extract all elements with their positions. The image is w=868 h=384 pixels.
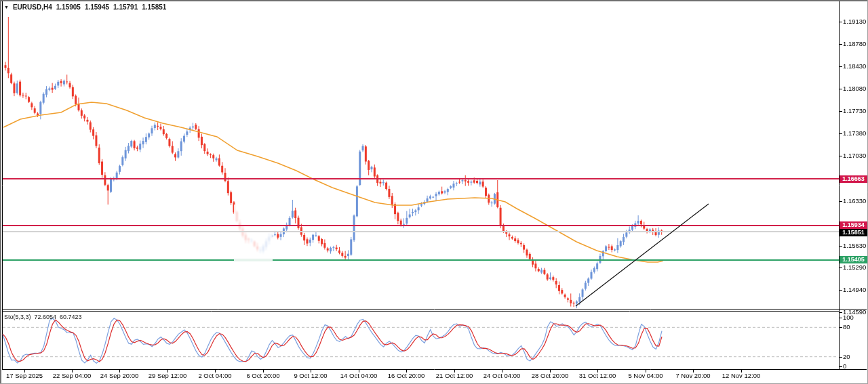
time-tick-label: 24 Sep 20:00 <box>100 372 139 379</box>
price-tick-label: 1.14940 <box>843 286 866 293</box>
price-badge-current: 1.15851 <box>840 229 867 236</box>
price-badge-support: 1.15405 <box>840 256 867 263</box>
price-tick-label: 1.15630 <box>843 242 866 249</box>
indicator-d-value: 60.7423 <box>60 314 82 320</box>
time-tick-label: 12 Nov 12:00 <box>722 372 761 379</box>
time-tick-label: 28 Oct 20:00 <box>532 372 568 379</box>
price-tick-label: 1.19130 <box>843 18 866 25</box>
price-tick-label: 1.17030 <box>843 152 866 159</box>
time-tick-label: 21 Oct 12:00 <box>436 372 473 379</box>
time-tick-label: 5 Nov 04:00 <box>628 372 663 379</box>
indicator-k-value: 72.6054 <box>35 314 57 320</box>
time-tick-label: 7 Nov 20:00 <box>675 372 710 379</box>
time-tick-label: 17 Sep 2025 <box>6 372 43 379</box>
time-tick-label: 2 Oct 04:00 <box>198 372 231 379</box>
indicator-name: Sto(5,3,3) <box>4 314 31 320</box>
resistance-line-upper[interactable] <box>3 178 839 179</box>
quote-low: 1.15791 <box>113 3 138 11</box>
time-tick-label: 16 Oct 20:00 <box>388 372 425 379</box>
chart-window: ▼ EURUSD,H4 1.15905 1.15945 1.15791 1.15… <box>0 0 868 384</box>
resistance-line-lower[interactable] <box>3 225 839 226</box>
price-badge-lower-resistance: 1.15934 <box>840 221 867 229</box>
quote-open: 1.15905 <box>56 3 81 11</box>
price-tick-label: 1.16330 <box>843 198 866 205</box>
redaction-overlay <box>234 205 273 283</box>
time-tick-label: 6 Oct 20:00 <box>246 372 279 379</box>
price-chart-canvas[interactable] <box>0 0 868 384</box>
symbol-header[interactable]: ▼ EURUSD,H4 1.15905 1.15945 1.15791 1.15… <box>4 3 166 11</box>
price-tick-label: 1.15290 <box>843 264 866 271</box>
symbol-timeframe-label: EURUSD,H4 <box>13 3 52 11</box>
quote-close: 1.15851 <box>142 3 166 11</box>
price-tick-label: 1.18780 <box>843 41 866 47</box>
current-price-line <box>3 231 839 232</box>
price-tick-label: 1.17730 <box>843 108 866 114</box>
sto-tick-label: 80 <box>843 324 850 330</box>
price-badge-upper-resistance: 1.16663 <box>840 175 867 183</box>
chart-dropdown-icon[interactable]: ▼ <box>4 4 9 11</box>
time-tick-label: 29 Sep 12:00 <box>149 372 187 379</box>
price-tick-label: 1.17380 <box>843 130 866 137</box>
indicator-label[interactable]: Sto(5,3,3) 72.6054 60.7423 <box>4 314 82 320</box>
time-tick-label: 24 Oct 04:00 <box>484 372 520 379</box>
sto-tick-label: 0 <box>843 363 846 370</box>
price-tick-label: 1.18080 <box>843 85 866 92</box>
price-tick-label: 1.18430 <box>843 63 866 70</box>
support-line[interactable] <box>3 259 839 261</box>
time-tick-label: 14 Oct 04:00 <box>340 372 377 379</box>
quote-high: 1.15945 <box>85 3 109 11</box>
time-tick-label: 9 Oct 12:00 <box>294 372 327 379</box>
sto-tick-label: 100 <box>843 314 854 321</box>
time-tick-label: 31 Oct 12:00 <box>579 372 616 379</box>
sto-tick-label: 20 <box>843 354 850 360</box>
time-tick-label: 22 Sep 04:00 <box>53 372 92 379</box>
